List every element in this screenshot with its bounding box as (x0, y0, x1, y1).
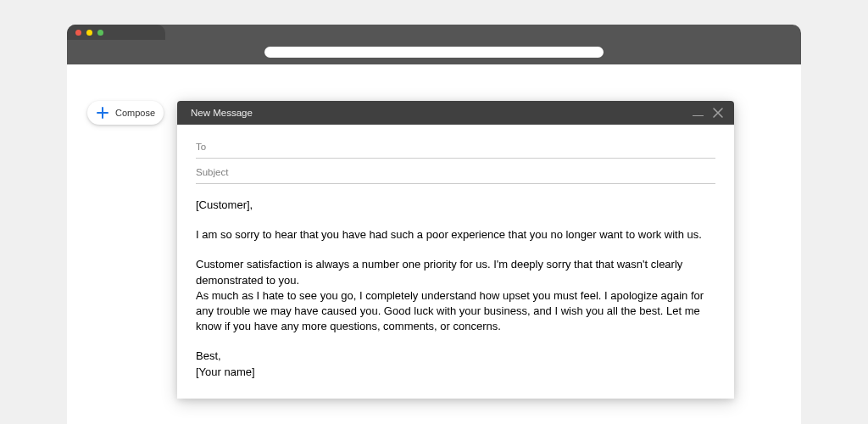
window-tab-bar (67, 25, 801, 40)
email-body[interactable]: [Customer], I am so sorry to hear that y… (196, 184, 715, 380)
message-body: To Subject [Customer], I am so sorry to … (177, 125, 734, 399)
body-signature: [Your name] (196, 365, 715, 380)
compose-button[interactable]: Compose (87, 101, 164, 125)
new-message-panel: New Message To Subject [Customer], I (177, 101, 734, 399)
body-p2a: Customer satisfaction is always a number… (196, 257, 715, 287)
body-p1: I am so sorry to hear that you have had … (196, 227, 715, 243)
header-actions (693, 107, 724, 119)
body-closing: Best, (196, 349, 715, 364)
content-area: Compose New Message To Subject (67, 64, 801, 424)
window-tab[interactable] (67, 25, 165, 40)
message-header[interactable]: New Message (177, 101, 734, 125)
plus-icon (97, 107, 108, 119)
close-icon[interactable] (712, 107, 724, 119)
minimize-icon[interactable] (693, 114, 704, 116)
browser-window: Compose New Message To Subject (67, 25, 801, 424)
message-title: New Message (191, 108, 253, 118)
to-label: To (196, 142, 206, 152)
close-window-dot[interactable] (75, 30, 81, 36)
minimize-window-dot[interactable] (86, 30, 92, 36)
subject-field[interactable]: Subject (196, 159, 715, 184)
subject-label: Subject (196, 167, 228, 177)
to-field[interactable]: To (196, 133, 715, 159)
body-greeting: [Customer], (196, 198, 715, 213)
address-bar (67, 40, 801, 64)
maximize-window-dot[interactable] (97, 30, 103, 36)
address-input[interactable] (264, 47, 604, 58)
body-p2b: As much as I hate to see you go, I compl… (196, 288, 715, 335)
compose-label: Compose (115, 108, 155, 118)
